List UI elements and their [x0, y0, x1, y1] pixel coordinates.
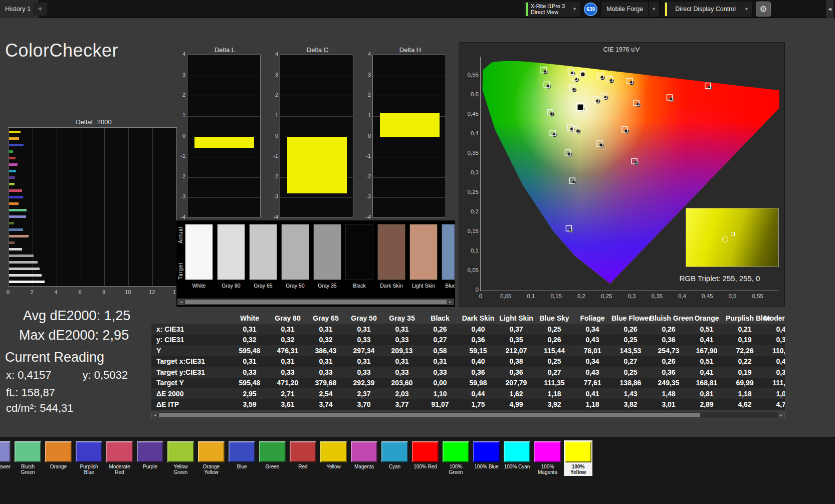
patch-red[interactable]: Red: [289, 440, 317, 476]
delta-l-plot: [187, 55, 261, 217]
swatch-scrollbar[interactable]: ◄ ►: [177, 299, 454, 305]
patch-100-cyan[interactable]: 100% Cyan: [503, 440, 531, 476]
meter-text: X-Rite i1Pro 3 Direct View: [531, 3, 569, 16]
patch-cyan[interactable]: Cyan: [380, 440, 409, 476]
gear-icon[interactable]: ⚙: [756, 2, 771, 17]
patch-orange[interactable]: Orange: [44, 440, 73, 476]
scroll-right-icon[interactable]: ►: [447, 299, 454, 305]
patch-blue-flower[interactable]: Blue Flower: [0, 440, 12, 476]
swatch-black[interactable]: Black: [345, 224, 373, 297]
column-header-gray-50: Gray 50: [345, 314, 383, 322]
table-cell: 0,26: [535, 336, 573, 344]
swatch-gray-80[interactable]: Gray 80: [217, 224, 245, 297]
delta-gridline: [373, 96, 446, 96]
patch-green[interactable]: Green: [258, 440, 287, 476]
patch-yellow-green[interactable]: Yellow Green: [166, 440, 195, 476]
deltae-x-tick-label: 4: [51, 289, 61, 295]
swatch-label: Dark Skin: [377, 283, 405, 291]
table-cell: 0,31: [345, 357, 383, 365]
measured-point-purplish-blue: [568, 152, 572, 156]
patch-label: 100% Magenta: [534, 462, 561, 476]
table-row-target-y-cie31: Target y:CIE310,330,330,330,330,330,330,…: [151, 367, 785, 378]
column-header-bluish-green: Bluish Green: [650, 314, 688, 322]
delta-y-tick-label: 3: [362, 72, 371, 78]
delta-gridline: [373, 137, 446, 137]
patch-magenta[interactable]: Magenta: [350, 440, 378, 476]
chevron-down-icon[interactable]: ▼: [741, 1, 752, 18]
deltae-bar-gray-65: [9, 268, 40, 270]
cie-y-tick-label: 0,05: [462, 267, 479, 273]
table-cell: 115,44: [535, 347, 573, 355]
patch-100-magenta[interactable]: 100% Magenta: [533, 440, 562, 476]
table-row-e-itp: ΔE ITP3,593,613,743,703,7791,071,754,993…: [151, 399, 785, 410]
display-control-selector[interactable]: Direct Display Control ▼: [663, 1, 752, 18]
meter-count-badge: 639: [584, 3, 597, 16]
delta-c-bar: [287, 137, 347, 194]
patch-orange-yellow[interactable]: Orange Yellow: [197, 440, 226, 476]
deltae-gridline: [81, 128, 81, 286]
table-cell: 2,37: [345, 390, 383, 398]
delta-h-plot: [372, 55, 446, 217]
swatch-gray-35[interactable]: Gray 35: [313, 224, 341, 297]
meter-selector[interactable]: X-Rite i1Pro 3 Direct View ▼: [524, 1, 580, 18]
deltae-bar-orange: [9, 202, 19, 205]
table-cell: 3,61: [269, 400, 307, 408]
swatch-gray-50[interactable]: Gray 50: [281, 224, 309, 297]
swatch-blue-sky[interactable]: Blue Sky: [442, 224, 455, 297]
patch-bluish-green[interactable]: Bluish Green: [14, 440, 42, 476]
current-fl-stat: fL: 158,87: [6, 386, 55, 399]
pattern-source-selector[interactable]: Mobile Forge ▼: [601, 1, 660, 18]
deltae-bar-foliage: [9, 222, 14, 224]
patch-label: Yellow Green: [167, 462, 194, 476]
add-tab-button[interactable]: +: [33, 3, 47, 16]
swatch-dark-skin[interactable]: Dark Skin: [377, 224, 405, 297]
table-cell: 167,90: [688, 347, 726, 355]
patch-blue[interactable]: Blue: [228, 440, 256, 476]
patch-100-blue[interactable]: 100% Blue: [472, 440, 501, 476]
swatch-white[interactable]: White: [185, 224, 213, 297]
table-scrollbar[interactable]: ◄ ►: [151, 412, 785, 418]
swatch-gray-65[interactable]: Gray 65: [249, 224, 277, 297]
patch-color: [351, 441, 377, 462]
delta-y-tick-label: -1: [176, 153, 185, 159]
deltae-bar-gray-80: [9, 274, 42, 277]
scroll-left-icon[interactable]: ◄: [152, 412, 158, 418]
current-cdm2-stat: cd/m²: 544,31: [6, 402, 74, 415]
delta-gridline: [373, 197, 446, 198]
table-cell: 2,03: [383, 390, 421, 398]
deltae2000-x-axis: 02468101214: [8, 289, 177, 296]
cie-y-tick-label: 0,1: [462, 247, 479, 254]
scrollbar-thumb[interactable]: [185, 300, 447, 304]
patch-label: 100% Red: [412, 462, 439, 476]
patch-yellow[interactable]: Yellow: [319, 440, 348, 476]
patch-label: Red: [290, 462, 316, 476]
deltae-bar-bluish-green: [9, 209, 27, 211]
scroll-left-icon[interactable]: ◄: [178, 299, 184, 305]
chevron-down-icon[interactable]: ▼: [569, 1, 580, 18]
table-header-row: WhiteGray 80Gray 65Gray 50Gray 35BlackDa…: [151, 313, 785, 324]
cie-x-tick-label: 0,5: [724, 293, 742, 299]
collapse-panel-icon[interactable]: ◀: [826, 0, 833, 18]
delta-y-tick-label: -1: [362, 153, 371, 159]
pattern-source-label: Mobile Forge: [601, 6, 648, 13]
table-cell: 203,60: [383, 379, 421, 387]
patch-purplish-blue[interactable]: Purplish Blue: [75, 440, 103, 476]
cie-x-tick-label: 0,2: [572, 293, 590, 299]
deltae-gridline: [104, 128, 105, 286]
patch-color: [381, 441, 408, 462]
patch-purple[interactable]: Purple: [136, 440, 164, 476]
patch-moderate-red[interactable]: Moderate Red: [105, 440, 134, 476]
deltae-bar-yellow: [9, 131, 21, 133]
table-cell: 0,44: [459, 390, 497, 398]
scroll-right-icon[interactable]: ►: [778, 412, 784, 418]
scrollbar-thumb[interactable]: [159, 413, 700, 417]
chevron-down-icon[interactable]: ▼: [648, 1, 659, 18]
patch-100-yellow[interactable]: 100% Yellow: [564, 440, 592, 476]
swatch-light-skin[interactable]: Light Skin: [409, 224, 438, 297]
patch-100-red[interactable]: 100% Red: [411, 440, 440, 476]
delta-y-tick-label: 2: [269, 92, 278, 98]
cie-y-tick-label: 0: [462, 287, 479, 293]
current-x-value: x: 0,4157: [6, 369, 52, 382]
current-reading-heading: Current Reading: [5, 350, 104, 365]
patch-100-green[interactable]: 100% Green: [442, 440, 470, 476]
